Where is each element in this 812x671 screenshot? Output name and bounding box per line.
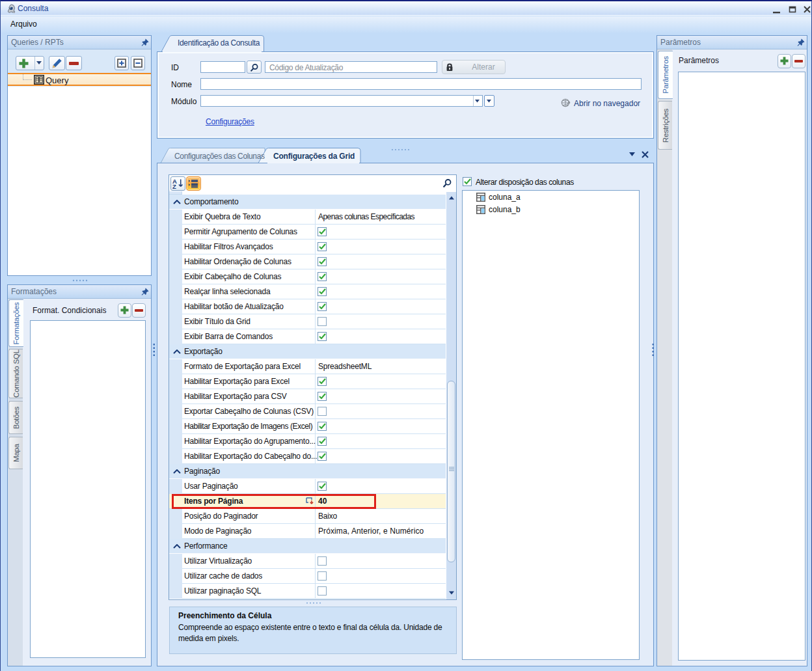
svg-text:Z: Z: [172, 183, 176, 189]
